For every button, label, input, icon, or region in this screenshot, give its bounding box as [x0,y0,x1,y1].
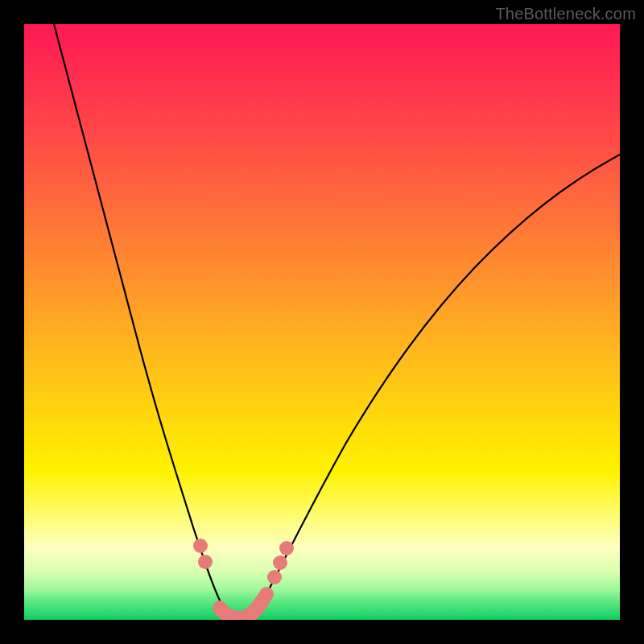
marker-dot [198,555,213,569]
highlight-trough [220,598,264,618]
marker-dot [259,587,274,601]
marker-dot [279,541,294,555]
curve-layer [24,24,620,620]
plot-area [24,24,620,620]
marker-dot [193,539,208,553]
chart-frame: TheBottleneck.com [0,0,644,644]
marker-dot [273,555,287,570]
bottleneck-curve [54,24,620,618]
watermark-text: TheBottleneck.com [495,5,636,23]
marker-dot [267,570,282,584]
